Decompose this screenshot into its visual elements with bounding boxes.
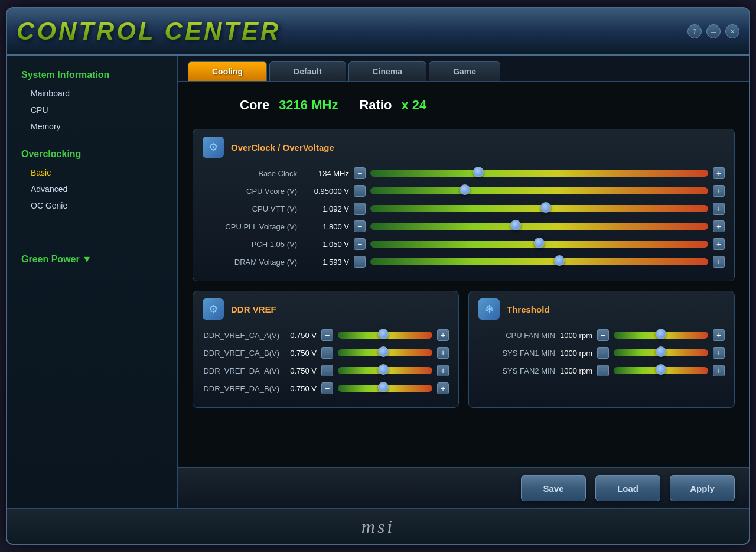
slider-minus-1[interactable]: − <box>597 347 609 359</box>
slider-minus-2[interactable]: − <box>321 365 333 376</box>
load-button[interactable]: Load <box>595 475 660 501</box>
slider-value-1: 0.95000 V <box>302 187 349 196</box>
tab-cinema[interactable]: Cinema <box>348 61 427 81</box>
slider-thumb-1[interactable] <box>460 184 470 195</box>
tab-cooling[interactable]: Cooling <box>188 61 267 81</box>
slider-plus-3[interactable]: + <box>437 382 449 394</box>
overclock-sliders: Base Clock 134 MHz − + CPU Vcore (V) 0.9… <box>203 167 725 268</box>
sidebar-green-power[interactable]: Green Power ▼ <box>7 249 177 269</box>
slider-fill-1 <box>338 349 383 356</box>
slider-minus-0[interactable]: − <box>321 329 333 341</box>
sidebar-item-oc-genie[interactable]: OC Genie <box>7 197 177 214</box>
sidebar-item-memory[interactable]: Memory <box>7 118 177 135</box>
slider-label-0: CPU FAN MIN <box>478 331 555 340</box>
slider-thumb-3[interactable] <box>510 220 521 230</box>
slider-plus-2[interactable]: + <box>437 365 449 376</box>
slider-minus-3[interactable]: − <box>354 220 366 232</box>
slider-minus-1[interactable]: − <box>354 185 366 197</box>
title-controls: ? — ✕ <box>687 24 739 38</box>
slider-value-2: 1.092 V <box>302 204 349 213</box>
slider-label-1: CPU Vcore (V) <box>203 187 297 196</box>
sidebar-item-basic[interactable]: Basic <box>7 164 177 181</box>
slider-row-1: CPU Vcore (V) 0.95000 V − + <box>203 185 725 197</box>
slider-track-container-2 <box>370 204 708 213</box>
overclock-section: ⚙ OverClock / OverVoltage Base Clock 134… <box>193 129 735 281</box>
minimize-button[interactable]: — <box>706 24 721 38</box>
slider-minus-2[interactable]: − <box>354 203 366 215</box>
slider-plus-2[interactable]: + <box>713 203 725 215</box>
slider-thumb-2[interactable] <box>378 364 389 375</box>
slider-plus-4[interactable]: + <box>713 238 725 250</box>
slider-fill-1 <box>370 187 465 194</box>
slider-thumb-0[interactable] <box>378 329 389 339</box>
slider-value-1: 0.750 V <box>284 349 317 358</box>
slider-minus-1[interactable]: − <box>321 347 333 359</box>
slider-minus-0[interactable]: − <box>597 329 609 341</box>
slider-thumb-4[interactable] <box>534 238 545 248</box>
right-panel: Cooling Default Cinema Game Core 3216 MH… <box>178 56 749 508</box>
slider-fill-0 <box>614 332 661 339</box>
slider-minus-3[interactable]: − <box>321 382 333 394</box>
app-title: Control Center <box>17 17 281 46</box>
slider-track-5 <box>370 258 708 265</box>
slider-thumb-3[interactable] <box>378 382 389 392</box>
slider-minus-2[interactable]: − <box>597 365 609 376</box>
slider-plus-0[interactable]: + <box>713 329 725 341</box>
slider-minus-4[interactable]: − <box>354 238 366 250</box>
slider-plus-5[interactable]: + <box>713 256 725 268</box>
slider-thumb-5[interactable] <box>554 255 565 266</box>
slider-row-2: CPU VTT (V) 1.092 V − + <box>203 203 725 215</box>
slider-plus-1[interactable]: + <box>437 347 449 359</box>
slider-plus-3[interactable]: + <box>713 220 725 232</box>
slider-thumb-1[interactable] <box>378 346 389 357</box>
apply-button[interactable]: Apply <box>670 475 735 501</box>
slider-row-2: SYS FAN2 MIN 1000 rpm − + <box>478 365 725 376</box>
slider-thumb-0[interactable] <box>656 329 666 339</box>
sidebar-item-advanced[interactable]: Advanced <box>7 181 177 197</box>
help-button[interactable]: ? <box>687 24 702 38</box>
slider-fill-4 <box>370 241 539 248</box>
sidebar-item-mainboard[interactable]: Mainboard <box>7 85 177 102</box>
slider-value-3: 1.800 V <box>302 222 349 231</box>
save-button[interactable]: Save <box>521 475 586 501</box>
footer-logo: msi <box>361 516 395 538</box>
slider-thumb-0[interactable] <box>473 167 484 177</box>
sidebar: System Information Mainboard CPU Memory … <box>7 56 178 508</box>
slider-minus-5[interactable]: − <box>354 256 366 268</box>
slider-track-1 <box>370 187 708 194</box>
slider-plus-0[interactable]: + <box>713 167 725 179</box>
slider-label-5: DRAM Voltage (V) <box>203 258 297 267</box>
threshold-section: ❄ Threshold CPU FAN MIN 1000 rpm − + SYS… <box>468 291 735 408</box>
slider-plus-1[interactable]: + <box>713 185 725 197</box>
core-label: Core <box>240 98 269 113</box>
slider-thumb-1[interactable] <box>656 346 666 357</box>
ratio-label: Ratio <box>359 98 392 113</box>
close-button[interactable]: ✕ <box>725 24 739 38</box>
ddr-icon: ⚙ <box>203 298 224 320</box>
slider-value-0: 0.750 V <box>284 331 317 340</box>
sidebar-overclocking[interactable]: Overclocking <box>7 144 177 164</box>
slider-thumb-2[interactable] <box>540 202 551 213</box>
slider-thumb-2[interactable] <box>656 364 666 375</box>
slider-label-3: CPU PLL Voltage (V) <box>203 222 297 231</box>
slider-label-0: Base Clock <box>203 169 297 178</box>
slider-track-container-0 <box>614 330 708 340</box>
overclock-title: OverClock / OverVoltage <box>231 142 334 152</box>
slider-plus-0[interactable]: + <box>437 329 449 341</box>
ddr-vref-header: ⚙ DDR VREF <box>203 298 449 320</box>
title-bar: Control Center ? — ✕ <box>7 8 749 56</box>
tab-default[interactable]: Default <box>269 61 346 81</box>
slider-value-2: 0.750 V <box>284 366 317 375</box>
slider-label-2: DDR_VREF_DA_A(V) <box>203 366 279 375</box>
slider-minus-0[interactable]: − <box>354 167 366 179</box>
sidebar-system-information[interactable]: System Information <box>7 65 177 85</box>
slider-plus-1[interactable]: + <box>713 347 725 359</box>
slider-fill-0 <box>370 170 478 177</box>
slider-label-1: SYS FAN1 MIN <box>478 349 555 358</box>
slider-fill-2 <box>614 367 661 374</box>
slider-fill-5 <box>370 258 559 265</box>
sidebar-item-cpu[interactable]: CPU <box>7 102 177 118</box>
slider-plus-2[interactable]: + <box>713 365 725 376</box>
slider-row-2: DDR_VREF_DA_A(V) 0.750 V − + <box>203 365 449 376</box>
tab-game[interactable]: Game <box>429 61 500 81</box>
